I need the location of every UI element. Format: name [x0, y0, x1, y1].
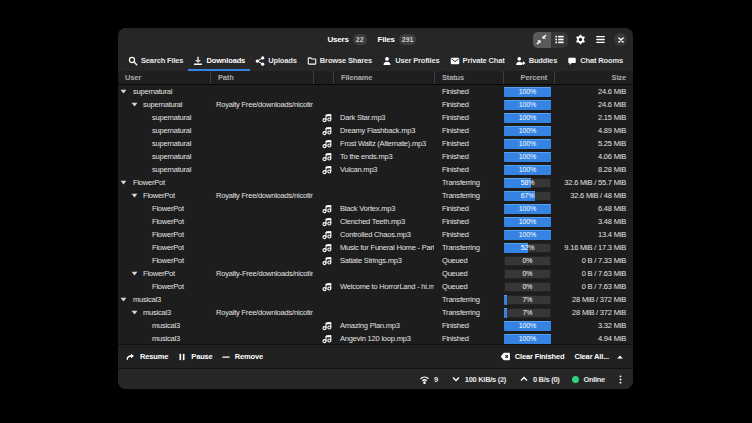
table-row[interactable]: FlowerPotRoyalty Free/downloads/nicotinT…: [118, 189, 633, 202]
online-status-dot: [572, 376, 579, 383]
cell-filename: Frost Waltz (Alternate).mp3: [333, 137, 434, 150]
cell-filename: Music for Funeral Home - Part T: [333, 241, 434, 254]
clear-finished-button[interactable]: Clear Finished: [500, 351, 565, 362]
expander-icon[interactable]: [120, 296, 127, 303]
user-name: supernatural: [118, 152, 191, 161]
column-header-path[interactable]: Path: [210, 71, 313, 84]
column-header-status[interactable]: Status: [434, 71, 503, 84]
user-name: musical3: [118, 321, 180, 330]
user-name: FlowerPot: [118, 191, 175, 200]
column-header-file-icon[interactable]: [313, 71, 333, 84]
close-window-button[interactable]: [614, 33, 627, 46]
progress-bar: 100%: [504, 100, 551, 110]
table-row[interactable]: supernaturalTo the ends.mp3Finished100%4…: [118, 150, 633, 163]
connected-users-status[interactable]: 9: [419, 374, 438, 385]
size-text: 4.94 MiB: [598, 334, 626, 343]
size-text: 24.6 MiB: [598, 87, 626, 96]
progress-bar: 0%: [504, 282, 551, 292]
cell-status: Queued: [434, 267, 503, 280]
clear-icon: [500, 351, 511, 362]
tab-uploads[interactable]: Uploads: [250, 51, 302, 71]
cell-user: musical3: [118, 293, 210, 306]
upload-rate-status[interactable]: 0 B/s (0): [519, 374, 559, 384]
table-row[interactable]: musical3Royalty Free/downloads/nicotinTr…: [118, 306, 633, 319]
column-header-user[interactable]: User: [118, 71, 210, 84]
resume-button[interactable]: Resume: [125, 351, 168, 362]
expander-icon[interactable]: [131, 101, 138, 108]
tab-browse-shares[interactable]: Browse Shares: [302, 51, 377, 71]
cell-status: Transferring: [434, 293, 503, 306]
expander-icon[interactable]: [131, 309, 138, 316]
user-name: supernatural: [118, 126, 191, 135]
tab-search-files[interactable]: Search Files: [123, 51, 188, 71]
tab-buddies[interactable]: Buddies: [510, 51, 563, 71]
table-row[interactable]: musical3Transferring7%28 MiB / 372 MiB: [118, 293, 633, 306]
table-row[interactable]: FlowerPotBlack Vortex.mp3Finished100%6.4…: [118, 202, 633, 215]
headerbar[interactable]: Users 22 Files 291: [118, 28, 633, 51]
column-header-percent[interactable]: Percent: [503, 71, 554, 84]
statusbar-menu-button[interactable]: [616, 371, 625, 387]
table-row[interactable]: FlowerPotClenched Teeth.mp3Finished100%3…: [118, 215, 633, 228]
column-header-filename[interactable]: Filename: [333, 71, 434, 84]
pause-label: Pause: [191, 352, 212, 361]
column-header-size[interactable]: Size: [554, 71, 633, 84]
music-note-icon: [322, 164, 332, 175]
filename-text: Angevin 120 loop.mp3: [340, 334, 411, 343]
expander-icon[interactable]: [131, 192, 138, 199]
tab-private-chat[interactable]: Private Chat: [445, 51, 510, 71]
cell-file-icon: [313, 241, 333, 254]
cell-user: FlowerPot: [118, 202, 210, 215]
percent-text: 67%: [504, 191, 551, 201]
percent-text: 100%: [504, 334, 551, 344]
cell-percent: 100%: [503, 202, 554, 215]
table-row[interactable]: supernaturalVulcan.mp3Finished100%8.28 M…: [118, 163, 633, 176]
cell-file-icon: [313, 85, 333, 98]
cell-status: Finished: [434, 319, 503, 332]
table-row[interactable]: FlowerPotMusic for Funeral Home - Part T…: [118, 241, 633, 254]
connection-status[interactable]: Online: [572, 375, 605, 384]
cell-size: 32.6 MiB / 48 MiB: [554, 189, 633, 202]
expander-icon[interactable]: [131, 270, 138, 277]
file-grouping-button[interactable]: [551, 32, 569, 48]
table-row[interactable]: FlowerPotTransferring58%32.6 MiB / 55.7 …: [118, 176, 633, 189]
wifi-icon: [419, 374, 430, 385]
column-label: Filename: [341, 73, 372, 82]
download-rate-status[interactable]: 100 KiB/s (2): [451, 374, 506, 384]
table-row[interactable]: supernaturalFinished100%24.6 MiB: [118, 85, 633, 98]
music-note-icon: [322, 151, 332, 162]
table-row[interactable]: FlowerPotRoyalty-Free/downloads/nicotinQ…: [118, 267, 633, 280]
cell-filename: [333, 85, 434, 98]
remove-button[interactable]: Remove: [221, 352, 263, 362]
tab-chat-rooms[interactable]: Chat Rooms: [562, 51, 628, 71]
pause-button[interactable]: Pause: [177, 352, 212, 362]
cell-filename: [333, 306, 434, 319]
main-menu-button[interactable]: [594, 32, 606, 48]
cell-path: [210, 241, 313, 254]
expander-icon[interactable]: [120, 88, 127, 95]
table-row[interactable]: supernaturalFrost Waltz (Alternate).mp3F…: [118, 137, 633, 150]
cell-user: FlowerPot: [118, 189, 210, 202]
table-row[interactable]: musical3Amazing Plan.mp3Finished100%3.32…: [118, 319, 633, 332]
table-row[interactable]: FlowerPotWelcome to HorrorLand - hi.mp3Q…: [118, 280, 633, 293]
table-row[interactable]: musical3Angevin 120 loop.mp3Finished100%…: [118, 332, 633, 344]
table-row[interactable]: FlowerPotControlled Chaos.mp3Finished100…: [118, 228, 633, 241]
cell-file-icon: [313, 124, 333, 137]
cell-percent: 100%: [503, 111, 554, 124]
expander-icon[interactable]: [120, 179, 127, 186]
triangle-up-icon: [616, 353, 624, 361]
column-label: Status: [442, 73, 464, 82]
table-row[interactable]: FlowerPotSatiate Strings.mp3Queued0%0 B …: [118, 254, 633, 267]
size-text: 32.6 MiB / 55.7 MiB: [564, 178, 626, 187]
table-row[interactable]: supernaturalDark Star.mp3Finished100%2.1…: [118, 111, 633, 124]
chevron-down-icon: [451, 374, 461, 384]
tab-downloads[interactable]: Downloads: [188, 51, 250, 71]
cell-file-icon: [313, 163, 333, 176]
collapse-rows-button[interactable]: [533, 32, 551, 48]
progress-bar: 100%: [504, 139, 551, 149]
clear-all-button[interactable]: Clear All...: [574, 352, 624, 361]
table-row[interactable]: supernaturalRoyalty Free/downloads/nicot…: [118, 98, 633, 111]
preferences-button[interactable]: [574, 32, 586, 48]
tab-user-profiles[interactable]: User Profiles: [377, 51, 444, 71]
table-row[interactable]: supernaturalDreamy Flashback.mp3Finished…: [118, 124, 633, 137]
close-icon: [617, 36, 625, 44]
